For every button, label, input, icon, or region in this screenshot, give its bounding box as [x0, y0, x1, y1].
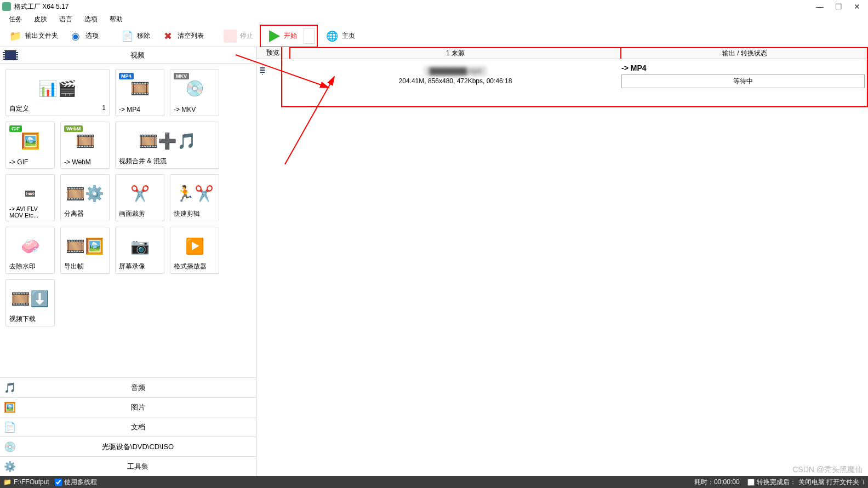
tool-quick[interactable]: 🏃✂️ 快速剪辑	[170, 174, 219, 221]
start-button[interactable]: 开始	[263, 27, 300, 45]
home-button[interactable]: 🌐 主页	[321, 27, 358, 45]
category-disc[interactable]: 💿 光驱设备\DVD\CD\ISO	[0, 437, 256, 456]
task-info: 204.41M, 856x480, 472Kbps, 00:46:18	[399, 77, 512, 85]
output-path[interactable]: F:\FFOutput	[14, 478, 49, 486]
tool-watermark-label: 去除水印	[9, 262, 51, 271]
titlebar: 格式工厂 X64 5.17 — ☐ ✕	[0, 0, 868, 13]
tool-gif[interactable]: GIF 🖼️ -> GIF	[5, 122, 55, 169]
custom-icon: 📊🎬	[38, 79, 77, 97]
csdn-watermark: CSDN @秃头黑魔仙	[792, 465, 863, 475]
category-toolset[interactable]: ⚙️ 工具集	[0, 456, 256, 476]
window-title: 格式工厂 X64 5.17	[14, 2, 68, 12]
tool-grid: 📊🎬 自定义 1 MP4 🎞️ -> MP4 MKV 💿 -> MKV GIF …	[0, 64, 256, 332]
tool-merge[interactable]: 🎞️➕🎵 视频合并 & 混流	[115, 122, 219, 169]
option-label: 选项	[85, 31, 99, 41]
output-folder-button[interactable]: 📁 输出文件夹	[4, 27, 61, 45]
tool-webm[interactable]: WebM 🎞️ -> WebM	[60, 122, 110, 169]
tool-crop[interactable]: ✂️ 画面裁剪	[115, 174, 164, 221]
after-convert-checkbox[interactable]	[747, 479, 755, 486]
close-button[interactable]: ✕	[852, 2, 863, 11]
task-preview	[256, 66, 289, 85]
start-button-highlight: 开始	[260, 25, 318, 48]
stop-label: 停止	[240, 31, 253, 41]
tool-player-label: 格式播放器	[174, 262, 215, 271]
quick-icon: 🏃✂️	[175, 185, 214, 203]
svg-marker-0	[269, 30, 280, 42]
menu-lang[interactable]: 语言	[56, 14, 76, 25]
tool-quick-label: 快速剪辑	[174, 209, 215, 219]
tool-record-label: 屏幕录像	[119, 262, 161, 271]
col-preview[interactable]: 预览	[256, 47, 289, 59]
tool-mp4[interactable]: MP4 🎞️ -> MP4	[115, 69, 164, 116]
task-filename: ████████.mp4	[424, 66, 487, 76]
tool-export-frame[interactable]: 🎞️🖼️ 导出帧	[60, 227, 110, 274]
video-category-header[interactable]: 视频	[0, 47, 256, 64]
menu-help[interactable]: 帮助	[106, 14, 126, 25]
tool-record[interactable]: 📷 屏幕录像	[115, 227, 164, 274]
tool-custom-label: 自定义	[9, 104, 29, 113]
audio-icon: 🎵	[0, 382, 20, 394]
left-panel: 视频 📊🎬 自定义 1 MP4 🎞️ -> MP4 MKV 💿 -> MKV	[0, 47, 256, 476]
category-doc[interactable]: 📄 文档	[0, 417, 256, 437]
tool-watermark[interactable]: 🧼 去除水印	[5, 227, 55, 274]
category-image-label: 图片	[20, 403, 256, 412]
col-source[interactable]: 1 来源	[289, 47, 621, 59]
player-icon: ▶️	[185, 237, 204, 255]
minimize-button[interactable]: —	[814, 2, 825, 11]
tool-mkv[interactable]: MKV 💿 -> MKV	[170, 69, 219, 116]
multithread-toggle[interactable]: 使用多线程	[55, 478, 97, 487]
record-icon: 📷	[130, 237, 150, 255]
tool-mp4-label: -> MP4	[119, 106, 161, 113]
tool-custom[interactable]: 📊🎬 自定义 1	[5, 69, 110, 116]
output-folder-label: 输出文件夹	[25, 31, 58, 41]
disc-icon: 💿	[0, 441, 20, 453]
menu-task[interactable]: 任务	[5, 14, 25, 25]
tool-splitter[interactable]: 🎞️⚙️ 分离器	[60, 174, 110, 221]
task-row[interactable]: ████████.mp4 204.41M, 856x480, 472Kbps, …	[256, 59, 868, 92]
tool-export-frame-label: 导出帧	[64, 262, 106, 271]
multithread-checkbox[interactable]	[55, 479, 62, 486]
menu-skin[interactable]: 皮肤	[31, 14, 50, 25]
merge-icon: 🎞️➕🎵	[139, 132, 196, 150]
category-image[interactable]: 🖼️ 图片	[0, 397, 256, 417]
after-convert-toggle[interactable]: 转换完成后： 关闭电脑 打开文件夹	[747, 478, 859, 487]
clear-list-button[interactable]: ✖ 清空列表	[157, 27, 207, 45]
doc-icon: 📄	[0, 421, 20, 433]
tool-player[interactable]: ▶️ 格式播放器	[170, 227, 219, 274]
tool-download[interactable]: 🎞️⬇️ 视频下载	[5, 279, 55, 326]
menu-option[interactable]: 选项	[81, 14, 101, 25]
after-convert-value: 关闭电脑 打开文件夹	[798, 478, 859, 487]
category-doc-label: 文档	[20, 422, 256, 432]
tool-webm-label: -> WebM	[64, 158, 106, 166]
category-toolset-label: 工具集	[20, 462, 256, 472]
start-dropdown[interactable]	[304, 28, 315, 44]
download-icon: 🎞️⬇️	[11, 290, 49, 308]
elapsed-value: 00:00:00	[714, 478, 740, 486]
col-status[interactable]: 输出 / 转换状态	[621, 47, 868, 59]
category-audio[interactable]: 🎵 音频	[0, 377, 256, 397]
statusbar-folder-icon[interactable]: 📁	[3, 478, 12, 486]
menubar: 任务 皮肤 语言 选项 帮助	[0, 13, 868, 25]
tool-custom-count: 1	[102, 104, 106, 113]
clear-icon: ✖	[160, 28, 175, 44]
task-columns: 预览 1 来源 输出 / 转换状态	[256, 47, 868, 59]
option-button[interactable]: ◉ 选项	[65, 27, 102, 45]
task-output-format: -> MP4	[621, 64, 865, 72]
task-source: ████████.mp4 204.41M, 856x480, 472Kbps, …	[289, 66, 621, 85]
remove-button[interactable]: 📄 移除	[116, 27, 153, 45]
tool-avi[interactable]: 📼 -> AVI FLV MOV Etc...	[5, 174, 55, 221]
statusbar-resize-grip[interactable]: ⁞	[863, 478, 865, 486]
play-icon	[266, 28, 282, 44]
film-thumbnail-icon	[262, 66, 284, 85]
maximize-button[interactable]: ☐	[833, 2, 844, 11]
gif-icon: 🖼️	[21, 132, 40, 150]
elapsed-label: 耗时：	[694, 478, 714, 487]
avi-icon: 📼	[25, 188, 36, 199]
tool-gif-label: -> GIF	[9, 158, 51, 166]
multithread-label: 使用多线程	[64, 478, 97, 487]
video-header-label: 视频	[19, 50, 256, 60]
start-label: 开始	[284, 31, 297, 41]
crop-icon: ✂️	[130, 185, 150, 203]
export-frame-icon: 🎞️🖼️	[66, 237, 104, 255]
task-status: -> MP4 等待中	[621, 64, 868, 88]
